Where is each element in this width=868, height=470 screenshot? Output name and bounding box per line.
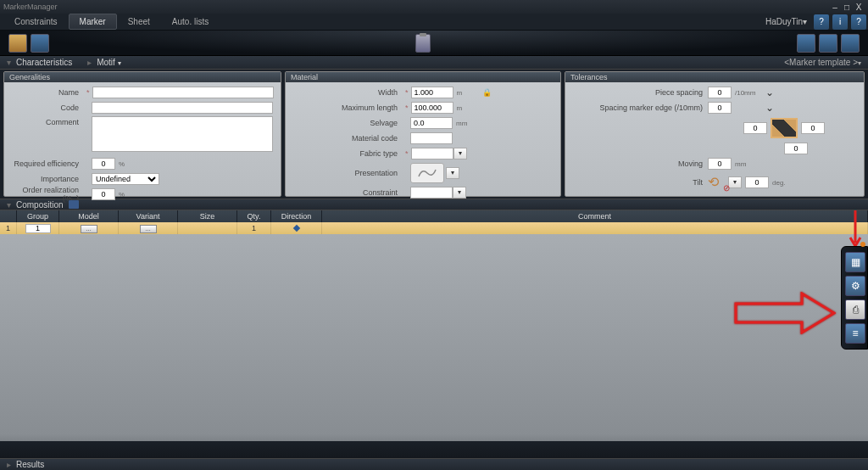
user-menu[interactable]: HaDuyTin▾	[760, 17, 812, 26]
tool-icon-1[interactable]	[797, 34, 815, 53]
composition-add-icon[interactable]	[69, 200, 79, 209]
presentation-label: Presentation	[292, 169, 403, 177]
composition-table: Group Model Variant Size Qty. Direction …	[0, 210, 868, 234]
cell-group[interactable]	[17, 222, 59, 234]
spacing-right-input[interactable]	[801, 122, 825, 134]
moving-label: Moving	[572, 159, 708, 168]
tab-auto-lists[interactable]: Auto. lists	[161, 14, 220, 30]
submenu-motif[interactable]: Motif ▾	[97, 58, 120, 67]
tool-icon-3[interactable]	[841, 34, 860, 53]
edge-expand-icon[interactable]: ⌄	[765, 102, 774, 114]
tilt-input[interactable]	[745, 176, 769, 188]
orderreal-input[interactable]	[92, 188, 115, 200]
clipboard-icon[interactable]	[415, 34, 431, 53]
constraint-label: Constraint	[292, 188, 403, 197]
lock-icon[interactable]	[482, 88, 492, 97]
tilt-dropdown-button[interactable]: ▾	[728, 176, 742, 188]
name-label: Name	[11, 88, 84, 97]
main-tabs: Constraints Marker Sheet Auto. lists HaD…	[0, 14, 868, 31]
spacing-left-input[interactable]	[743, 122, 767, 134]
row-number: 1	[0, 222, 17, 234]
tilt-label: Tilt	[572, 178, 708, 187]
palette-btn-1[interactable]: ▦	[845, 252, 865, 272]
presentation-dropdown-button[interactable]: ▾	[446, 167, 459, 179]
fabric-dropdown-button[interactable]: ▾	[453, 148, 467, 159]
piece-spacing-input[interactable]	[708, 87, 732, 98]
reqeff-input[interactable]	[92, 158, 115, 170]
constraint-dropdown-button[interactable]: ▾	[453, 187, 466, 199]
workspace-area[interactable]	[0, 234, 868, 456]
panel-tolerances: Tolerances Piece spacing /10mm ⌄ Spacing…	[565, 71, 865, 197]
col-qty[interactable]: Qty.	[237, 210, 271, 222]
panel-generalities-title: Generalities	[4, 72, 281, 82]
results-expand-icon[interactable]: ▸	[7, 460, 11, 469]
minimize-button[interactable]: –	[829, 3, 841, 12]
col-variant[interactable]: Variant	[119, 210, 178, 222]
cell-model[interactable]: …	[59, 222, 119, 234]
open-folder-icon[interactable]	[8, 34, 27, 53]
help-icon-1[interactable]: ?	[814, 14, 829, 30]
help-icon-3[interactable]: ?	[851, 14, 866, 30]
help-icon-2[interactable]: i	[832, 14, 848, 30]
submenu-characteristics[interactable]: Characteristics	[16, 58, 72, 67]
composition-title: Composition	[16, 200, 64, 210]
annotation-big-arrow	[734, 292, 836, 336]
width-input[interactable]	[411, 87, 453, 98]
col-model[interactable]: Model	[59, 210, 119, 222]
tool-icon-2[interactable]	[819, 34, 837, 53]
results-title: Results	[16, 460, 44, 469]
selvage-input[interactable]	[410, 117, 453, 129]
save-icon[interactable]	[31, 34, 49, 53]
col-direction[interactable]: Direction	[271, 210, 322, 222]
panel-material: Material Width * m Maximum length * m Se…	[285, 71, 561, 197]
palette-btn-4[interactable]: ≡	[845, 323, 865, 344]
app-title: MarkerManager	[3, 3, 829, 11]
maxlen-input[interactable]	[411, 102, 453, 114]
bottom-strip	[0, 441, 868, 458]
piece-spacing-label: Piece spacing	[572, 88, 708, 97]
importance-select[interactable]: Undefined	[92, 173, 159, 185]
tab-marker[interactable]: Marker	[69, 14, 117, 30]
name-input[interactable]	[92, 87, 274, 98]
code-input[interactable]	[92, 102, 273, 114]
palette-btn-3[interactable]: ⎙	[845, 299, 865, 320]
cell-comment[interactable]	[322, 222, 868, 234]
collapse-icon[interactable]: ▾	[7, 58, 11, 67]
matcode-input[interactable]	[410, 132, 453, 144]
cell-qty[interactable]: 1	[237, 222, 271, 234]
close-button[interactable]: X	[853, 3, 865, 12]
maximize-button[interactable]: □	[841, 3, 853, 12]
sep-arrow-icon: ▸	[87, 58, 92, 67]
direction-diamond-icon	[292, 225, 299, 232]
fabric-input[interactable]	[411, 148, 453, 159]
results-bar[interactable]: ▸ Results	[0, 458, 868, 470]
spacing-center-input[interactable]	[784, 143, 808, 154]
tab-sheet[interactable]: Sheet	[117, 14, 161, 30]
col-group[interactable]: Group	[17, 210, 59, 222]
panel-material-title: Material	[286, 72, 560, 82]
panel-tolerances-title: Tolerances	[565, 72, 864, 82]
marker-template-dropdown[interactable]: <Marker template >▾	[784, 58, 861, 67]
cell-direction[interactable]	[271, 222, 322, 234]
constraint-input[interactable]	[410, 187, 453, 199]
importance-label: Importance	[11, 175, 84, 183]
tilt-lock-icon[interactable]	[708, 174, 728, 191]
piece-expand-icon[interactable]: ⌄	[765, 87, 774, 98]
composition-collapse-icon[interactable]: ▾	[7, 200, 11, 210]
width-label: Width	[292, 88, 403, 97]
comment-input[interactable]	[92, 116, 273, 152]
edge-spacing-input[interactable]	[708, 102, 732, 114]
side-palette: ▦ ⚙ ⎙ ≡	[841, 246, 868, 350]
table-header: Group Model Variant Size Qty. Direction …	[0, 210, 868, 222]
maxlen-label: Maximum length	[292, 104, 403, 112]
col-comment[interactable]: Comment	[322, 210, 868, 222]
comment-label: Comment	[11, 116, 84, 126]
presentation-icon[interactable]	[410, 163, 444, 183]
cell-size[interactable]	[178, 222, 237, 234]
cell-variant[interactable]: …	[119, 222, 178, 234]
col-size[interactable]: Size	[178, 210, 237, 222]
tab-constraints[interactable]: Constraints	[3, 14, 69, 30]
moving-input[interactable]	[708, 158, 732, 170]
table-row[interactable]: 1 … … 1	[0, 222, 868, 234]
palette-btn-2[interactable]: ⚙	[845, 276, 865, 296]
